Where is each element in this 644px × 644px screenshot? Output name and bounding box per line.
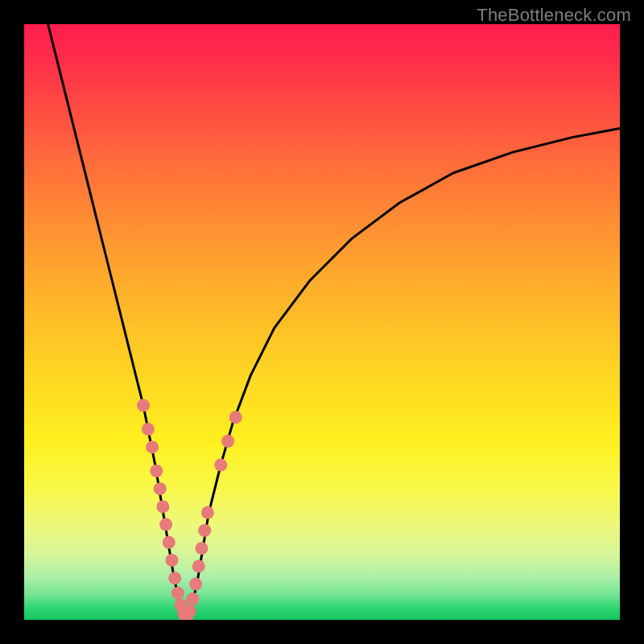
scatter-dot: [159, 518, 172, 531]
scatter-dot: [214, 459, 227, 472]
scatter-dot: [137, 399, 150, 412]
scatter-dot: [198, 524, 211, 537]
scatter-dot: [221, 435, 234, 448]
plot-area: [24, 24, 620, 620]
scatter-dot: [150, 464, 163, 477]
scatter-dot: [201, 506, 214, 519]
scatter-dot: [171, 587, 184, 600]
scatter-dot: [196, 542, 208, 555]
watermark-text: TheBottleneck.com: [477, 5, 631, 26]
scatter-dot: [189, 578, 202, 591]
bottleneck-curve: [48, 24, 620, 620]
scatter-dot: [146, 440, 159, 453]
scatter-dot: [229, 411, 242, 423]
scatter-dot: [163, 536, 175, 549]
scatter-dot: [142, 423, 155, 436]
chart-svg: [24, 24, 620, 620]
scatter-dot: [154, 482, 167, 495]
scatter-dot: [186, 592, 199, 605]
scatter-dot: [156, 500, 169, 513]
scatter-dot: [168, 572, 181, 584]
chart-frame: TheBottleneck.com: [0, 0, 644, 644]
scatter-dot: [166, 554, 179, 567]
scatter-dot: [184, 605, 196, 617]
scatter-dot: [192, 559, 205, 572]
scatter-dots: [137, 399, 242, 620]
